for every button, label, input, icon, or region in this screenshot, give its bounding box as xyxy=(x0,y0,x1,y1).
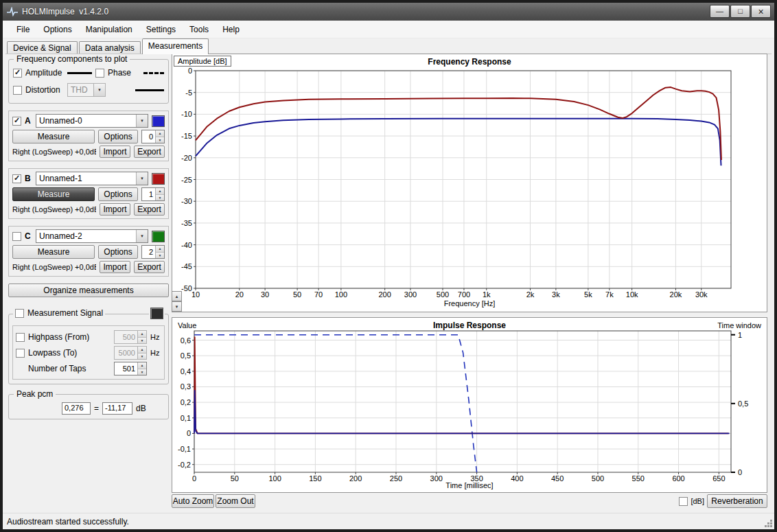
menu-bar: File Options Manipulation Settings Tools… xyxy=(3,21,774,38)
distortion-checkbox[interactable] xyxy=(13,86,22,95)
phase-checkbox[interactable] xyxy=(95,69,104,78)
tab-device-signal[interactable]: Device & Signal xyxy=(7,41,78,54)
spin-down-button[interactable]: ▼ xyxy=(156,195,164,201)
check-icon: ✓ xyxy=(14,174,20,182)
measurement-c-checkbox[interactable] xyxy=(12,232,21,241)
measurement-b-source: Right (LogSweep) +0,0dB xyxy=(12,205,96,213)
scroll-down-button[interactable]: ▼ xyxy=(172,301,182,312)
measure-button-c[interactable]: Measure xyxy=(12,245,95,259)
spin-up-button[interactable]: ▲ xyxy=(156,130,164,137)
options-button-c[interactable]: Options xyxy=(98,245,138,259)
scroll-up-button[interactable]: ▲ xyxy=(172,291,182,301)
svg-text:-45: -45 xyxy=(181,262,192,270)
maximize-icon: □ xyxy=(738,8,743,15)
measurement-a-name-dropdown[interactable]: Unnamed-0 ▼ xyxy=(36,114,148,128)
measurement-c-color-swatch[interactable] xyxy=(152,231,165,242)
db-checkbox[interactable] xyxy=(679,497,688,506)
spin-up-button[interactable]: ▲ xyxy=(138,362,146,369)
measurement-signal-label: Measurement Signal xyxy=(27,308,103,318)
highpass-spinner[interactable]: 500 ▲▼ xyxy=(114,330,147,344)
spin-up-button[interactable]: ▲ xyxy=(138,331,146,338)
svg-text:50: 50 xyxy=(293,290,301,299)
amplitude-line-sample xyxy=(67,72,92,74)
measurement-a-color-swatch[interactable] xyxy=(152,115,165,127)
import-button-a[interactable]: Import xyxy=(100,146,130,158)
distortion-type-dropdown[interactable]: THD ▼ xyxy=(67,83,106,97)
measurement-b-checkbox[interactable]: ✓ xyxy=(12,174,21,183)
maximize-button[interactable]: □ xyxy=(730,5,750,18)
peak-pcm-group: Peak pcm 0,276 = -11,17 dB xyxy=(8,394,169,419)
options-button-b[interactable]: Options xyxy=(98,187,138,201)
svg-text:500: 500 xyxy=(437,290,449,299)
measurement-b-color-swatch[interactable] xyxy=(152,173,165,185)
zoom-out-button[interactable]: Zoom Out xyxy=(216,494,255,508)
auto-zoom-button[interactable]: Auto Zoom xyxy=(172,494,214,508)
impulse-toolbar: Auto Zoom Zoom Out [dB] Reverberation xyxy=(172,494,767,508)
export-button-b[interactable]: Export xyxy=(134,203,165,216)
measurement-signal-group: Measurement Signal Highpass (From) 500 ▲… xyxy=(8,314,169,384)
menu-file[interactable]: File xyxy=(10,21,36,38)
lowpass-value: 5000 xyxy=(115,347,137,359)
impulse-response-plot[interactable]: 0,60,50,40,30,20,10-0,1-0,20501001502002… xyxy=(172,318,767,492)
app-icon[interactable] xyxy=(7,7,18,16)
measurement-c-letter: C xyxy=(25,231,32,241)
lowpass-spinner[interactable]: 5000 ▲▼ xyxy=(114,346,147,360)
svg-text:-10: -10 xyxy=(181,110,192,118)
titlebar[interactable]: HOLMImpulse v1.4.2.0 — □ × xyxy=(3,3,774,21)
svg-text:-20: -20 xyxy=(181,154,192,162)
measurement-c-spinner[interactable]: 2 ▲▼ xyxy=(141,245,165,259)
db-label: [dB] xyxy=(691,497,704,505)
svg-text:-50: -50 xyxy=(181,284,192,292)
spin-up-button[interactable]: ▲ xyxy=(156,188,164,195)
measure-button-b[interactable]: Measure xyxy=(12,187,95,201)
svg-text:5k: 5k xyxy=(584,290,592,299)
spin-down-button[interactable]: ▼ xyxy=(156,253,164,259)
measurement-signal-checkbox[interactable] xyxy=(15,309,24,318)
svg-text:-0,2: -0,2 xyxy=(178,461,191,469)
peak-db-unit: dB xyxy=(136,404,146,413)
frequency-response-plot[interactable]: 0-5-10-15-20-25-30-35-40-45-501020305070… xyxy=(172,54,767,312)
measure-button-a[interactable]: Measure xyxy=(12,130,95,143)
measurement-a-source: Right (LogSweep) +0,0dB xyxy=(12,148,96,156)
import-button-b[interactable]: Import xyxy=(100,203,130,216)
menu-settings[interactable]: Settings xyxy=(139,21,183,38)
menu-help[interactable]: Help xyxy=(216,21,246,38)
svg-text:0,5: 0,5 xyxy=(181,351,191,360)
highpass-value: 500 xyxy=(115,331,137,343)
export-button-c[interactable]: Export xyxy=(134,261,165,273)
menu-options[interactable]: Options xyxy=(36,21,78,38)
export-button-a[interactable]: Export xyxy=(134,146,165,158)
measurement-b-name-dropdown[interactable]: Unnamed-1 ▼ xyxy=(36,172,148,185)
menu-tools[interactable]: Tools xyxy=(183,21,216,38)
peak-value-field[interactable]: 0,276 xyxy=(62,402,91,415)
import-button-c[interactable]: Import xyxy=(100,261,130,273)
measurement-b-spinner[interactable]: 1 ▲▼ xyxy=(141,187,165,201)
spin-down-button[interactable]: ▼ xyxy=(156,137,164,143)
spin-up-button[interactable]: ▲ xyxy=(138,347,146,354)
spin-down-button[interactable]: ▼ xyxy=(138,338,146,344)
menu-manipulation[interactable]: Manipulation xyxy=(79,21,139,38)
taps-spinner[interactable]: 501 ▲▼ xyxy=(114,362,147,375)
peak-db-field[interactable]: -11,17 xyxy=(102,402,132,415)
lowpass-checkbox[interactable] xyxy=(16,349,25,358)
spin-down-button[interactable]: ▼ xyxy=(138,369,146,375)
reverberation-button[interactable]: Reverberation xyxy=(707,494,767,508)
tab-measurements[interactable]: Measurements xyxy=(142,38,209,54)
signal-color-swatch[interactable] xyxy=(150,308,163,319)
svg-text:30k: 30k xyxy=(695,290,708,299)
minimize-button[interactable]: — xyxy=(710,5,730,18)
measurement-a-checkbox[interactable]: ✓ xyxy=(12,117,21,126)
equals-sign: = xyxy=(94,404,99,413)
highpass-checkbox[interactable] xyxy=(16,333,25,342)
spin-down-button[interactable]: ▼ xyxy=(138,354,146,360)
measurement-c-name-dropdown[interactable]: Unnamed-2 ▼ xyxy=(36,229,148,243)
close-button[interactable]: × xyxy=(751,5,771,18)
spin-up-button[interactable]: ▲ xyxy=(156,246,164,253)
tab-data-analysis[interactable]: Data analysis xyxy=(79,41,141,54)
amplitude-checkbox[interactable]: ✓ xyxy=(13,69,22,78)
amplitude-label: Amplitude xyxy=(25,68,64,78)
organize-measurements-button[interactable]: Organize measurements xyxy=(8,284,169,297)
measurement-a-spinner[interactable]: 0 ▲▼ xyxy=(141,130,165,143)
options-button-a[interactable]: Options xyxy=(98,130,138,143)
resize-grip[interactable] xyxy=(763,518,773,528)
